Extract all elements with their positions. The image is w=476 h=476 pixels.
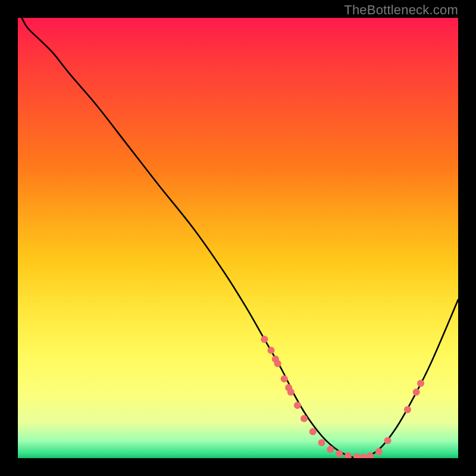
curve-marker xyxy=(413,389,420,396)
curve-marker xyxy=(404,406,411,414)
chart-overlay-svg xyxy=(18,18,458,458)
curve-marker xyxy=(318,439,325,446)
curve-markers xyxy=(261,336,424,458)
curve-marker xyxy=(261,336,268,343)
chart-stage: TheBottleneck.com xyxy=(0,0,476,476)
watermark-text: TheBottleneck.com xyxy=(344,2,458,18)
curve-marker xyxy=(353,453,361,458)
plot-area xyxy=(18,18,458,458)
curve-marker xyxy=(384,437,392,444)
curve-marker xyxy=(327,446,334,453)
curve-marker xyxy=(287,389,295,396)
curve-marker xyxy=(345,452,352,458)
curve-marker xyxy=(417,380,424,387)
curve-marker xyxy=(274,360,281,367)
bottleneck-curve xyxy=(18,18,458,458)
curve-marker xyxy=(336,450,343,458)
curve-marker xyxy=(300,415,308,422)
curve-marker xyxy=(294,402,301,409)
curve-marker xyxy=(375,448,383,455)
curve-marker xyxy=(360,454,367,458)
curve-marker xyxy=(268,347,275,354)
curve-marker xyxy=(281,375,288,383)
curve-marker xyxy=(309,428,317,436)
